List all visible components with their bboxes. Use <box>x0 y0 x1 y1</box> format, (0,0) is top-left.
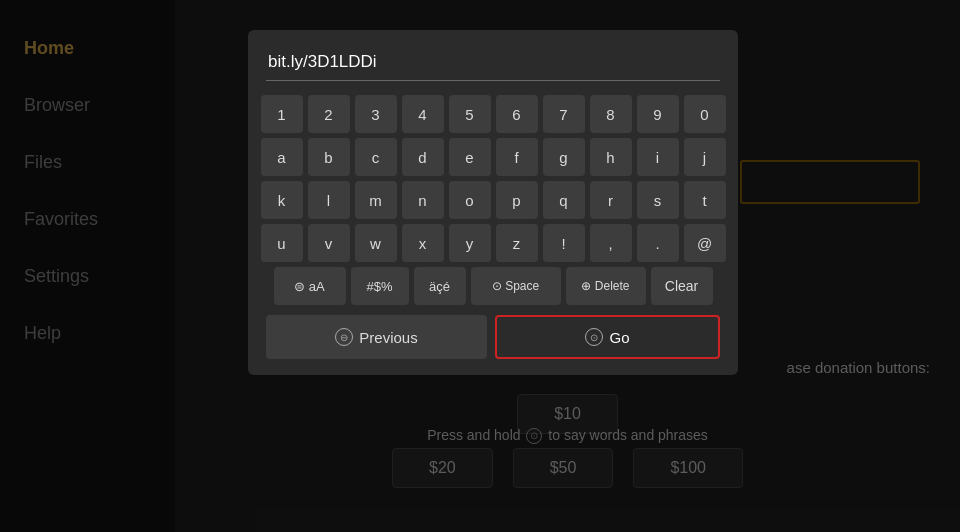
key-period[interactable]: . <box>637 224 679 262</box>
key-aA[interactable]: ⊜ aA <box>274 267 346 305</box>
key-comma[interactable]: , <box>590 224 632 262</box>
key-j[interactable]: j <box>684 138 726 176</box>
key-b[interactable]: b <box>308 138 350 176</box>
key-k[interactable]: k <box>261 181 303 219</box>
key-h[interactable]: h <box>590 138 632 176</box>
key-s[interactable]: s <box>637 181 679 219</box>
key-4[interactable]: 4 <box>402 95 444 133</box>
key-x[interactable]: x <box>402 224 444 262</box>
key-e[interactable]: e <box>449 138 491 176</box>
key-3[interactable]: 3 <box>355 95 397 133</box>
key-1[interactable]: 1 <box>261 95 303 133</box>
key-m[interactable]: m <box>355 181 397 219</box>
key-at[interactable]: @ <box>684 224 726 262</box>
row-k-t: k l m n o p q r s t <box>266 181 720 219</box>
row-a-j: a b c d e f g h i j <box>266 138 720 176</box>
key-6[interactable]: 6 <box>496 95 538 133</box>
key-0[interactable]: 0 <box>684 95 726 133</box>
url-input[interactable] <box>266 48 720 81</box>
key-w[interactable]: w <box>355 224 397 262</box>
key-q[interactable]: q <box>543 181 585 219</box>
key-f[interactable]: f <box>496 138 538 176</box>
key-accent[interactable]: äçé <box>414 267 466 305</box>
key-o[interactable]: o <box>449 181 491 219</box>
go-button[interactable]: ⊙ Go <box>495 315 720 359</box>
key-2[interactable]: 2 <box>308 95 350 133</box>
key-exclaim[interactable]: ! <box>543 224 585 262</box>
key-space[interactable]: ⊙ Space <box>471 267 561 305</box>
key-g[interactable]: g <box>543 138 585 176</box>
key-9[interactable]: 9 <box>637 95 679 133</box>
key-y[interactable]: y <box>449 224 491 262</box>
key-delete[interactable]: ⊕ Delete <box>566 267 646 305</box>
special-row: ⊜ aA #$% äçé ⊙ Space ⊕ Delete Clear <box>266 267 720 305</box>
key-c[interactable]: c <box>355 138 397 176</box>
key-hash[interactable]: #$% <box>351 267 409 305</box>
key-r[interactable]: r <box>590 181 632 219</box>
row-u-at: u v w x y z ! , . @ <box>266 224 720 262</box>
keyboard: 1 2 3 4 5 6 7 8 9 0 a b c d e f g h i j … <box>266 95 720 305</box>
key-8[interactable]: 8 <box>590 95 632 133</box>
key-n[interactable]: n <box>402 181 444 219</box>
key-i[interactable]: i <box>637 138 679 176</box>
key-p[interactable]: p <box>496 181 538 219</box>
key-a[interactable]: a <box>261 138 303 176</box>
previous-icon: ⊖ <box>335 328 353 346</box>
key-t[interactable]: t <box>684 181 726 219</box>
go-icon: ⊙ <box>585 328 603 346</box>
number-row: 1 2 3 4 5 6 7 8 9 0 <box>266 95 720 133</box>
key-z[interactable]: z <box>496 224 538 262</box>
key-v[interactable]: v <box>308 224 350 262</box>
key-u[interactable]: u <box>261 224 303 262</box>
keyboard-dialog: 1 2 3 4 5 6 7 8 9 0 a b c d e f g h i j … <box>248 30 738 375</box>
key-clear[interactable]: Clear <box>651 267 713 305</box>
key-l[interactable]: l <box>308 181 350 219</box>
action-row: ⊖ Previous ⊙ Go <box>266 315 720 359</box>
key-7[interactable]: 7 <box>543 95 585 133</box>
previous-button[interactable]: ⊖ Previous <box>266 315 487 359</box>
key-5[interactable]: 5 <box>449 95 491 133</box>
key-d[interactable]: d <box>402 138 444 176</box>
